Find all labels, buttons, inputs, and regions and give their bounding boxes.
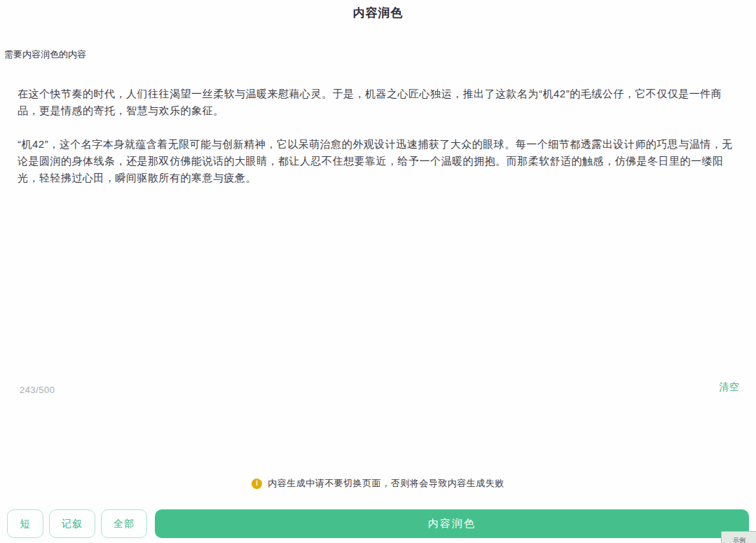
info-icon: i [252, 479, 262, 489]
content-input[interactable]: 在这个快节奏的时代，人们往往渴望一丝柔软与温暖来慰藉心灵。于是，机器之心匠心独运… [0, 70, 756, 378]
generation-notice: i 内容生成中请不要切换页面，否则将会导致内容生成失败 [0, 477, 756, 490]
char-counter: 243/500 [20, 385, 55, 395]
editor-label: 需要内容润色的内容 [4, 48, 86, 61]
corner-overlay: 示例 [721, 531, 756, 543]
tag-chip-all[interactable]: 全部 [101, 509, 147, 538]
action-bar: 短 记叙 全部 内容润色 [7, 509, 749, 538]
clear-button[interactable]: 清空 [719, 381, 740, 394]
tag-chip-narrative[interactable]: 记叙 [49, 509, 95, 538]
tag-chip-short[interactable]: 短 [7, 509, 43, 538]
content-polish-page: 内容润色 需要内容润色的内容 在这个快节奏的时代，人们往往渴望一丝柔软与温暖来慰… [0, 0, 756, 543]
notice-text: 内容生成中请不要切换页面，否则将会导致内容生成失败 [268, 477, 504, 490]
polish-submit-button[interactable]: 内容润色 [155, 509, 749, 538]
page-title: 内容润色 [0, 5, 756, 21]
